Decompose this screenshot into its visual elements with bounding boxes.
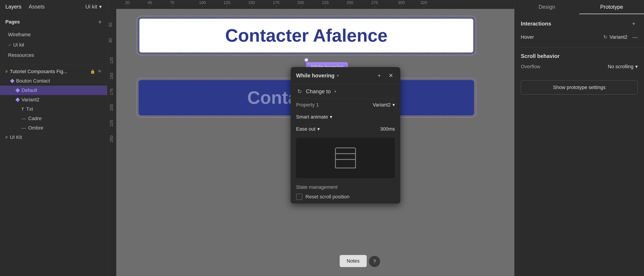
ease-chevron: ▾ xyxy=(317,126,320,132)
tab-prototype[interactable]: Prototype xyxy=(580,0,644,14)
popup-add-button[interactable]: + xyxy=(375,72,383,80)
layer-default[interactable]: Default xyxy=(0,86,107,95)
scroll-header: Scroll behavior xyxy=(521,53,638,59)
layer-variant2[interactable]: Variant2 xyxy=(0,95,107,104)
scroll-chevron: ▾ xyxy=(635,64,638,70)
assets-tab[interactable]: Assets xyxy=(28,4,45,10)
layer-label: Tutoriel Composants Fig... xyxy=(10,69,67,74)
ruler-mark-225: 225 xyxy=(322,0,329,8)
connection-dot-top xyxy=(304,58,308,62)
reset-scroll-checkbox[interactable] xyxy=(296,194,302,200)
popup-title-row: While hovering ▾ xyxy=(296,72,339,79)
page-item-uikit[interactable]: ✓ Ui kit xyxy=(5,40,102,50)
page-item-wireframe[interactable]: Wireframe xyxy=(5,30,102,40)
interaction-row: Hover ↻ Variant2 — xyxy=(521,32,638,42)
popup-title-chevron[interactable]: ▾ xyxy=(337,73,339,78)
notes-label: Notes xyxy=(347,258,360,264)
right-panel: Design Prototype Interactions + Hover ↻ … xyxy=(514,0,644,276)
interaction-popup[interactable]: While hovering ▾ + ✕ ↻ Change to ▾ Prop xyxy=(291,67,400,204)
ruler-mark-125: 125 xyxy=(224,0,230,8)
layer-txt[interactable]: T Txt xyxy=(0,104,107,114)
ui-kit-chevron: ▾ xyxy=(99,4,102,10)
ruler-mark-175: 175 xyxy=(273,0,280,8)
card-title-default: Contacter Afalence xyxy=(225,25,388,46)
ruler-top: 20 45 70 100 125 150 175 200 xyxy=(107,0,514,9)
pages-title: Pages xyxy=(5,19,20,25)
property-value[interactable]: Variant2 ▾ xyxy=(373,102,395,108)
page-item-ressources[interactable]: Ressources xyxy=(5,50,102,60)
state-label: State management xyxy=(296,184,395,190)
ruler-mark-300: 300 xyxy=(398,0,405,8)
layers-section: # Tutoriel Composants Fig... 🔒 👁 Bouton … xyxy=(0,64,107,276)
popup-close-button[interactable]: ✕ xyxy=(387,72,395,80)
tab-design[interactable]: Design xyxy=(514,0,580,14)
state-section: State management Reset scroll position xyxy=(291,181,400,204)
minus-icon: — xyxy=(22,116,26,121)
ui-kit-selector[interactable]: Ui kit ▾ xyxy=(86,4,102,10)
layer-bouton-contact[interactable]: Bouton Contact xyxy=(0,76,107,86)
ease-label[interactable]: Ease out ▾ xyxy=(296,126,320,132)
help-button[interactable]: ? xyxy=(369,256,380,267)
toolbar: Layers Assets Ui kit ▾ xyxy=(0,0,107,14)
ease-value[interactable]: 300ms xyxy=(380,126,395,132)
svg-rect-3 xyxy=(336,160,356,168)
show-prototype-settings-button[interactable]: Show prototype settings xyxy=(521,80,638,94)
left-panel: Layers Assets Ui kit ▾ Pages + Wireframe… xyxy=(0,0,107,276)
pages-header: Pages + xyxy=(5,19,102,25)
page-label: Wireframe xyxy=(8,32,31,37)
layer-ombre[interactable]: — Ombre xyxy=(0,123,107,133)
scroll-row: Overflow No scrolling ▾ xyxy=(521,64,638,70)
preview-icon xyxy=(332,144,359,171)
layers-tab[interactable]: Layers xyxy=(5,4,22,10)
notes-button[interactable]: Notes xyxy=(340,255,367,267)
ruler-mark-320: 320 xyxy=(420,0,427,8)
ruler-mark-250: 250 xyxy=(346,0,353,8)
layer-tutoriel[interactable]: # Tutoriel Composants Fig... 🔒 👁 xyxy=(0,67,107,76)
canvas-content[interactable]: 50 80 125 150 175 200 225 250 Contacter … xyxy=(107,9,514,276)
interaction-rotate-icon: ↻ xyxy=(603,34,607,40)
diamond-icon xyxy=(10,79,14,83)
property-chevron: ▾ xyxy=(392,102,395,108)
scroll-overflow-value[interactable]: No scrolling ▾ xyxy=(608,64,638,70)
layer-label: Bouton Contact xyxy=(16,78,50,84)
ruler-mark-45: 45 xyxy=(148,0,152,8)
animate-row[interactable]: Smart animate ▾ xyxy=(291,111,400,123)
layer-label: Default xyxy=(22,88,37,93)
tab-design-label: Design xyxy=(538,4,555,10)
text-icon: T xyxy=(22,107,24,112)
interactions-add-button[interactable]: + xyxy=(630,20,638,28)
svg-rect-1 xyxy=(336,148,356,154)
layer-cadre[interactable]: — Cadre xyxy=(0,114,107,123)
checkbox-label: Reset scroll position xyxy=(306,194,350,200)
page-label: Ui kit xyxy=(13,42,24,48)
scroll-section: Scroll behavior Overflow No scrolling ▾ xyxy=(514,48,644,75)
checkbox-row[interactable]: Reset scroll position xyxy=(296,194,395,200)
popup-title: While hovering xyxy=(296,72,334,79)
popup-header: While hovering ▾ + ✕ xyxy=(291,67,400,84)
canvas-area: 20 45 70 100 125 150 175 200 xyxy=(107,0,514,276)
help-label: ? xyxy=(373,258,376,264)
scroll-overflow-text: No scrolling xyxy=(608,64,634,70)
ruler-mark-100: 100 xyxy=(199,0,206,8)
ui-kit-label: Ui kit xyxy=(86,4,97,10)
interaction-variant-text: Variant2 xyxy=(610,34,628,40)
change-to-chevron[interactable]: ▾ xyxy=(334,89,336,94)
assets-label: Assets xyxy=(28,4,45,10)
minus-icon: — xyxy=(22,126,26,130)
preview-area xyxy=(296,138,395,178)
interaction-variant-row: ↻ Variant2 — xyxy=(603,34,638,40)
card-default[interactable]: Contacter Afalence xyxy=(139,18,474,53)
interaction-remove-button[interactable]: — xyxy=(632,34,638,40)
svg-rect-0 xyxy=(336,148,356,168)
layer-label: Cadre xyxy=(28,116,42,122)
eye-icon: 👁 xyxy=(98,69,102,74)
animate-label-text: Smart animate xyxy=(296,114,328,120)
pages-add-button[interactable]: + xyxy=(98,19,102,25)
layer-ui-kit[interactable]: # UI Kit xyxy=(0,133,107,142)
layers-label: Layers xyxy=(5,4,22,10)
ruler-left: 50 80 125 150 175 200 225 250 xyxy=(107,9,116,276)
change-to-row[interactable]: ↻ Change to ▾ xyxy=(291,84,400,99)
interaction-trigger: Hover xyxy=(521,34,534,40)
scroll-title: Scroll behavior xyxy=(521,53,560,59)
layer-label: UI Kit xyxy=(10,134,22,140)
